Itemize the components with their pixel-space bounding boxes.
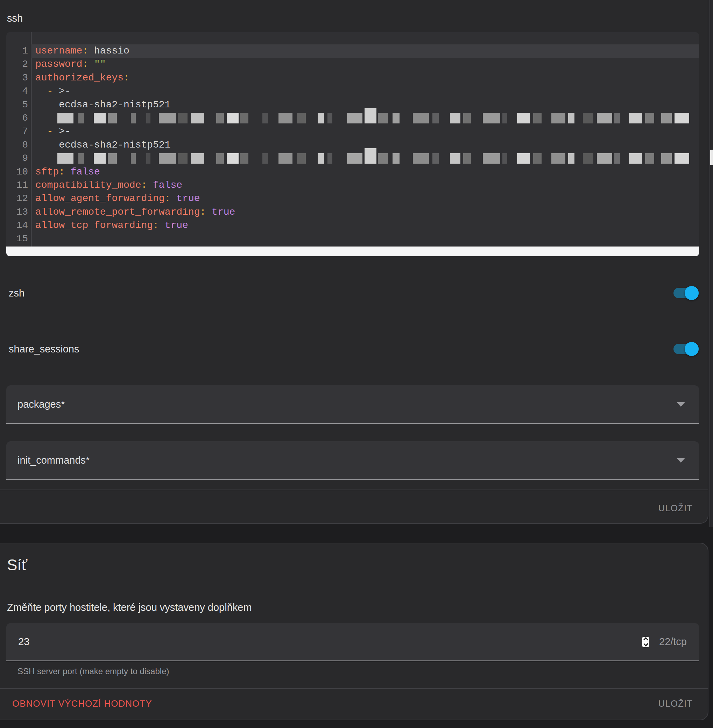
code-token: : <box>153 220 159 231</box>
redacted-key-block <box>94 113 106 124</box>
redacted-key-block <box>551 113 565 124</box>
redacted-key-block <box>378 113 388 124</box>
editor-line: 14allow_tcp_forwarding: true <box>6 219 699 232</box>
redacted-key-block <box>78 153 84 164</box>
redacted-key-block <box>413 153 429 164</box>
adjacent-card-fragment <box>710 150 713 165</box>
chevron-down-icon <box>677 402 685 406</box>
packages-select-label: packages* <box>18 399 677 410</box>
code-token: authorized_keys <box>35 72 124 83</box>
save-network-button[interactable]: ULOŽIT <box>658 698 693 709</box>
redacted-key-block <box>615 113 620 124</box>
line-code: username: hassio <box>31 45 130 58</box>
code-token <box>35 126 47 137</box>
line-code <box>31 232 35 246</box>
redacted-key-block <box>178 113 188 124</box>
code-token: true <box>170 193 200 204</box>
redacted-key-block <box>94 153 106 164</box>
editor-line: 3authorized_keys: <box>6 71 699 85</box>
toggle-knob <box>685 286 699 300</box>
code-token: - <box>47 126 53 137</box>
port-helper-text: SSH server port (make empty to disable) <box>18 666 169 677</box>
line-number: 8 <box>6 138 31 152</box>
code-token: - <box>47 86 53 97</box>
zsh-toggle-switch[interactable] <box>673 288 699 298</box>
line-number: 12 <box>6 192 31 205</box>
line-number: 10 <box>6 165 31 179</box>
redacted-key-block <box>108 153 117 164</box>
addon-config-page: ssh 1username: hassio2password: ""3autho… <box>0 0 713 728</box>
stepper-down-button[interactable] <box>642 642 649 647</box>
redacted-key-block <box>629 153 642 164</box>
line-code <box>31 152 689 165</box>
redacted-key-block <box>568 153 574 164</box>
redacted-key-block <box>661 113 672 124</box>
redacted-key-block <box>483 113 500 124</box>
redacted-ssh-key <box>57 153 689 164</box>
redacted-key-block <box>392 153 400 164</box>
editor-line: 7 - >- <box>6 125 699 138</box>
redacted-key-block <box>146 113 151 124</box>
stepper-up-button[interactable] <box>642 637 649 642</box>
yaml-code-editor[interactable]: 1username: hassio2password: ""3authorize… <box>6 32 699 256</box>
redacted-key-block <box>318 113 324 124</box>
redacted-key-block <box>583 153 593 164</box>
code-token: : <box>141 180 147 191</box>
line-code: allow_agent_forwarding: true <box>31 192 200 205</box>
code-token: "" <box>88 59 106 70</box>
editor-line: 10sftp: false <box>6 165 699 179</box>
save-config-button[interactable]: ULOŽIT <box>658 502 693 514</box>
line-number: 4 <box>6 85 31 98</box>
line-code <box>31 112 689 125</box>
code-token: true <box>206 207 235 217</box>
ssh-port-field: 22/tcp <box>6 623 699 661</box>
line-code: allow_remote_port_forwarding: true <box>31 205 235 219</box>
line-number: 14 <box>6 219 31 232</box>
redacted-key-block <box>503 113 507 124</box>
redacted-key-block <box>279 153 292 164</box>
packages-select[interactable]: packages* <box>6 385 699 424</box>
redacted-key-block <box>517 113 530 124</box>
redacted-key-block <box>263 153 268 164</box>
line-number: 6 <box>6 112 31 125</box>
redacted-key-block <box>517 153 530 164</box>
code-token: : <box>59 167 65 177</box>
redacted-key-block <box>159 153 176 164</box>
redacted-key-block <box>597 153 612 164</box>
redacted-key-block <box>227 153 239 164</box>
share-sessions-toggle-switch[interactable] <box>673 344 699 354</box>
redacted-key-block <box>57 113 73 124</box>
line-code: - >- <box>31 85 71 98</box>
redacted-key-block <box>378 153 388 164</box>
redacted-key-block <box>533 113 541 124</box>
editor-line: 4 - >- <box>6 85 699 98</box>
redacted-key-block <box>240 153 248 164</box>
redacted-key-block <box>108 113 117 124</box>
code-token: username <box>35 45 82 56</box>
line-number: 1 <box>6 45 31 58</box>
redacted-key-block <box>327 113 333 124</box>
init-commands-select[interactable]: init_commands* <box>6 441 699 480</box>
redacted-key-block <box>551 153 565 164</box>
port-input[interactable] <box>18 636 642 648</box>
line-number: 9 <box>6 152 31 165</box>
redacted-key-block <box>131 113 136 124</box>
share-sessions-toggle-label: share_sessions <box>9 343 79 355</box>
editor-horizontal-scrollbar[interactable] <box>6 247 699 256</box>
redacted-key-block <box>297 153 306 164</box>
reset-defaults-button[interactable]: OBNOVIT VÝCHOZÍ HODNOTY <box>12 698 152 709</box>
line-code: allow_tcp_forwarding: true <box>31 219 188 232</box>
line-number: 11 <box>6 179 31 192</box>
line-code: sftp: false <box>31 165 100 179</box>
redacted-key-block <box>568 113 574 124</box>
code-token: : <box>82 45 88 56</box>
line-number: 3 <box>6 71 31 85</box>
redacted-key-block <box>159 113 176 124</box>
redacted-key-block <box>191 153 204 164</box>
redacted-key-block <box>347 153 362 164</box>
redacted-key-block <box>216 153 224 164</box>
redacted-key-block <box>674 113 689 124</box>
code-token: >- <box>53 86 70 97</box>
editor-line: 1username: hassio <box>6 45 699 58</box>
code-token: ecdsa-sha2-nistp521 <box>35 140 170 150</box>
